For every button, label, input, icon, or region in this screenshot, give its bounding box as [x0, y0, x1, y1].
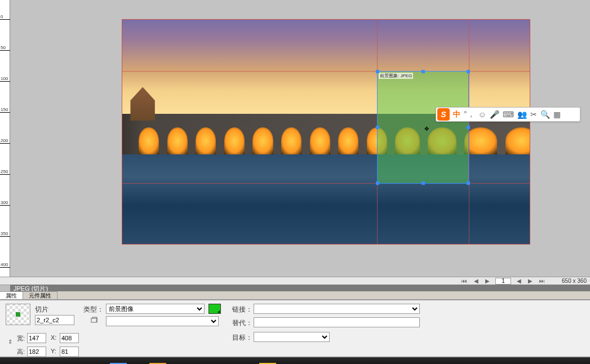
edit-slice-icon[interactable]	[90, 316, 98, 324]
frame-last-button[interactable]: ⏭	[538, 278, 546, 284]
ime-grid-icon[interactable]: ▦	[553, 110, 561, 119]
canvas-area[interactable]: 前景图象: JPEG ✥	[10, 0, 590, 285]
properties-panel: 切片 类型： 前景图像 链接： 替代： 目标： ⇕ 宽: X: 高: Y:	[0, 300, 590, 356]
ruler-tick: 100	[1, 76, 8, 81]
ime-search-icon[interactable]: 🔍	[540, 110, 550, 119]
ime-people-icon[interactable]: 👥	[517, 110, 527, 119]
secondary-select[interactable]	[106, 316, 219, 326]
alt-label: 替代：	[232, 318, 252, 328]
ruler-tick: 0	[1, 14, 3, 19]
ruler-tick: 50	[1, 45, 6, 50]
document-image[interactable]: 前景图象: JPEG ✥	[122, 19, 530, 245]
resize-handle-b[interactable]	[422, 181, 425, 185]
resize-handle-tr[interactable]	[467, 70, 470, 73]
ruler-tick: 300	[1, 200, 8, 205]
slice-guide-v[interactable]	[469, 20, 469, 244]
height-input[interactable]	[27, 347, 46, 357]
ruler-tick: 150	[1, 107, 8, 112]
frame-first-button[interactable]: ⏮	[460, 278, 468, 284]
x-input[interactable]	[60, 333, 79, 343]
ime-toolbar[interactable]: S 中 °， ☺ 🎤 ⌨ 👥 ✂ 🔍 ▦	[436, 107, 580, 122]
ruler-tick: 250	[1, 169, 8, 174]
slice-color-swatch[interactable]	[209, 304, 221, 314]
selected-slice[interactable]: 前景图象: JPEG	[377, 71, 469, 184]
link-label: 链接：	[232, 305, 252, 314]
frame-current-input[interactable]	[495, 278, 511, 285]
resize-handle-l[interactable]	[376, 126, 379, 129]
link-select[interactable]	[254, 304, 420, 314]
width-label: 宽:	[17, 334, 25, 343]
frame-play-prev-button[interactable]: ◀	[516, 278, 522, 284]
svg-rect-0	[91, 318, 97, 322]
ime-keyboard-icon[interactable]: ⌨	[503, 110, 514, 119]
frame-next-button[interactable]: ▶	[484, 278, 491, 284]
ruler-tick: 400	[1, 262, 8, 267]
resize-handle-tl[interactable]	[376, 70, 379, 73]
tab-element-properties[interactable]: 元件属性	[23, 291, 57, 299]
height-label: 高:	[17, 348, 25, 356]
type-select[interactable]: 前景图像	[106, 304, 205, 314]
move-cursor-icon: ✥	[424, 126, 429, 132]
resize-handle-bl[interactable]	[376, 181, 379, 185]
slice-tooltip: 前景图象: JPEG	[379, 73, 413, 79]
canvas-dimensions: 650 x 360	[562, 278, 587, 284]
frame-prev-button[interactable]: ◀	[473, 278, 480, 284]
properties-tabs: 属性 元件属性	[0, 291, 590, 300]
y-input[interactable]	[60, 347, 79, 357]
target-select[interactable]	[254, 332, 330, 342]
slice-heading: 切片	[35, 305, 48, 314]
frame-nav-bar: ⏮ ◀ ▶ ◀ ▶ ⏭ 650 x 360	[0, 277, 590, 285]
slice-thumbnail[interactable]	[6, 304, 30, 325]
ime-punct-icon[interactable]: °，	[464, 109, 475, 119]
vertical-ruler: 0 50 100 150 200 250 300 350 400	[0, 0, 10, 285]
ruler-tick: 200	[1, 138, 8, 143]
tab-properties[interactable]: 属性	[0, 291, 23, 299]
resize-handle-br[interactable]	[467, 181, 470, 185]
ruler-tick: 350	[1, 231, 8, 236]
ime-emoji-icon[interactable]: ☺	[478, 110, 486, 119]
frame-play-next-button[interactable]: ▶	[527, 278, 534, 284]
width-input[interactable]	[27, 333, 46, 343]
x-label: X:	[51, 334, 56, 341]
resize-handle-t[interactable]	[422, 70, 425, 73]
taskbar[interactable]	[0, 357, 590, 364]
ime-mode-toggle[interactable]: 中	[453, 109, 460, 119]
y-label: Y:	[51, 348, 56, 354]
ime-voice-icon[interactable]: 🎤	[490, 110, 499, 119]
slice-name-input[interactable]	[35, 315, 74, 325]
resize-handle-r[interactable]	[467, 126, 470, 129]
sogou-logo-icon[interactable]: S	[437, 108, 450, 121]
lock-aspect-icon[interactable]: ⇕	[8, 339, 12, 345]
alt-input[interactable]	[254, 317, 420, 327]
ime-crop-icon[interactable]: ✂	[530, 110, 537, 119]
target-label: 目标：	[232, 333, 252, 343]
type-label: 类型：	[83, 305, 104, 314]
